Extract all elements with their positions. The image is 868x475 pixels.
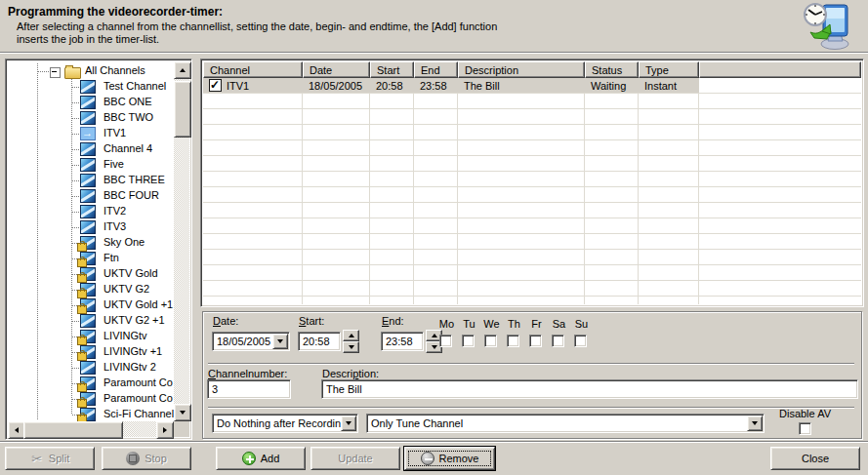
tree-item-five[interactable]: Five <box>8 157 174 173</box>
tree-item-bbc-four[interactable]: BBC FOUR <box>8 188 174 204</box>
tree-item-test-channel[interactable]: Test Channel <box>8 79 174 95</box>
tree-item-itv3[interactable]: ITV3 <box>8 219 174 235</box>
cell-channel: ITV1 <box>203 78 303 94</box>
disable-av-checkbox[interactable] <box>799 422 811 435</box>
timer-row-checkbox[interactable] <box>209 79 222 92</box>
tree-item-itv2[interactable]: ITV2 <box>8 204 174 219</box>
tree-vertical-scrollbar[interactable] <box>174 61 189 421</box>
cell-date: 18/05/2005 <box>303 78 370 94</box>
tree-item-uktv-g2[interactable]: UKTV G2 <box>8 282 174 297</box>
tree-item-paramount-co[interactable]: Paramount Co <box>8 391 174 407</box>
tree-item-uktv-gold[interactable]: UKTV Gold <box>8 266 174 282</box>
day-checkbox-th[interactable] <box>507 335 519 347</box>
channelnumber-input[interactable] <box>207 379 291 399</box>
tree-item-label: ITV1 <box>103 127 126 139</box>
tree-item-livingtv-1[interactable]: LIVINGtv +1 <box>8 344 174 360</box>
day-checkbox-mo[interactable] <box>439 335 452 347</box>
day-label-sa: Sa <box>548 318 570 330</box>
tree-item-label: BBC ONE <box>103 96 152 107</box>
tree-item-all-channels[interactable]: All Channels <box>8 63 174 79</box>
tree-item-label: Sci-Fi Channel <box>103 408 174 419</box>
form-separator <box>208 363 854 365</box>
tree-item-livingtv[interactable]: LIVINGtv <box>8 329 174 344</box>
tree-item-label: Paramount Co <box>103 392 173 404</box>
tree-item-livingtv-2[interactable]: LIVINGtv 2 <box>8 360 174 376</box>
tree-horizontal-scrollbar[interactable] <box>8 421 174 437</box>
tune-mode-combobox[interactable]: Only Tune Channel <box>366 414 765 433</box>
day-checkbox-sa[interactable] <box>552 335 564 347</box>
close-button[interactable]: Close <box>770 447 860 470</box>
tree-item-sky-one[interactable]: Sky One <box>8 235 174 251</box>
end-input[interactable] <box>381 332 424 351</box>
date-dropdown-button[interactable] <box>272 334 288 349</box>
tree-collapse-toggle[interactable] <box>50 67 61 78</box>
tv-channel-icon <box>80 205 96 218</box>
timer-list-body: ITV118/05/200520:5823:58The BillWaitingI… <box>203 78 861 304</box>
tree-item-label: UKTV Gold <box>103 267 158 279</box>
tree-item-paramount-co[interactable]: Paramount Co <box>8 376 174 391</box>
tree-item-channel-4[interactable]: Channel 4 <box>8 141 174 157</box>
page-subtitle-line1: After selecting a channel from the chann… <box>17 20 497 32</box>
column-header-status[interactable]: Status <box>585 61 639 78</box>
scheduled-task-icon <box>803 2 859 51</box>
scissors-icon <box>30 452 44 465</box>
column-header-date[interactable]: Date <box>303 61 370 78</box>
tree-item-bbc-three[interactable]: BBC THREE <box>8 173 174 188</box>
scroll-up-button[interactable] <box>174 61 191 79</box>
column-header-description[interactable]: Description <box>458 61 585 78</box>
add-button[interactable]: Add <box>216 447 306 470</box>
remove-button[interactable]: Remove <box>404 447 495 470</box>
after-recording-dropdown-button[interactable] <box>341 416 356 431</box>
column-header-start[interactable]: Start <box>370 61 414 78</box>
day-label-su: Su <box>570 318 593 330</box>
column-header-type[interactable]: Type <box>639 61 699 78</box>
tree-item-bbc-two[interactable]: BBC TWO <box>8 110 174 126</box>
description-input[interactable] <box>321 379 858 399</box>
column-header-channel[interactable]: Channel <box>203 61 303 78</box>
start-label: Start: <box>299 315 324 327</box>
day-checkbox-fr[interactable] <box>529 335 542 347</box>
date-combobox[interactable]: 18/05/2005 <box>212 332 290 351</box>
scroll-down-button[interactable] <box>174 404 191 421</box>
update-button: Update <box>310 447 400 470</box>
buttonbar-separator <box>0 441 868 443</box>
split-button: Split <box>5 447 95 470</box>
start-input[interactable] <box>298 332 341 351</box>
tv-channel-icon <box>80 314 96 328</box>
cell-type: Instant <box>639 78 699 94</box>
lock-badge-icon <box>77 305 87 314</box>
lock-badge-icon <box>77 258 87 267</box>
tree-item-sci-fi-channel[interactable]: Sci-Fi Channel <box>8 407 174 421</box>
tree-item-label: UKTV G2 <box>103 283 149 295</box>
cell-status: Waiting <box>585 78 639 94</box>
day-checkbox-tu[interactable] <box>462 335 475 347</box>
timer-row-itv1[interactable]: ITV118/05/200520:5823:58The BillWaitingI… <box>203 78 699 94</box>
tree-item-label: Paramount Co <box>103 376 173 388</box>
column-header-end[interactable]: End <box>414 61 458 78</box>
tree-item-itv1[interactable]: ITV1 <box>8 126 174 141</box>
description-label: Description: <box>322 368 379 379</box>
scroll-right-button[interactable] <box>156 421 174 439</box>
horizontal-scroll-thumb[interactable] <box>23 421 123 439</box>
timer-list-panel: ChannelDateStartEndDescriptionStatusType… <box>200 59 864 307</box>
tree-item-label: Sky One <box>103 236 145 248</box>
tree-item-label: Channel 4 <box>103 142 152 154</box>
tree-item-ftn[interactable]: Ftn <box>8 251 174 266</box>
lock-badge-icon <box>77 336 87 345</box>
vertical-scroll-thumb[interactable] <box>174 81 191 138</box>
tree-item-uktv-g2-1[interactable]: UKTV G2 +1 <box>8 313 174 329</box>
day-checkbox-we[interactable] <box>484 335 497 347</box>
start-spin-down-button[interactable] <box>343 341 359 353</box>
tune-mode-dropdown-button[interactable] <box>747 416 763 431</box>
lock-badge-icon <box>77 274 87 283</box>
tree-item-uktv-gold-1[interactable]: UKTV Gold +1 <box>8 297 174 313</box>
tree-item-label: UKTV Gold +1 <box>103 298 173 310</box>
start-spin-up-button[interactable] <box>343 330 359 341</box>
date-label: Date: <box>213 315 238 327</box>
day-checkbox-su[interactable] <box>574 335 587 347</box>
tree-item-bbc-one[interactable]: BBC ONE <box>8 95 174 110</box>
tree-item-label: ITV2 <box>103 205 126 217</box>
tv-channel-icon <box>80 142 96 156</box>
after-recording-combobox[interactable]: Do Nothing after Recordin <box>212 414 358 433</box>
channel-tree-panel: All Channels Test ChannelBBC ONEBBC TWOI… <box>5 59 192 440</box>
